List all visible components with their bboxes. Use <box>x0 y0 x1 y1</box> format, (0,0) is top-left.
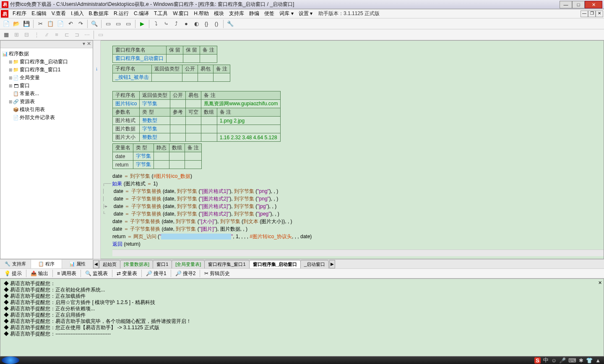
menu-note[interactable]: 便签 <box>262 9 277 18</box>
breakpoint-icon[interactable]: ● <box>182 19 191 29</box>
menu-file[interactable]: F.程序 <box>10 9 29 18</box>
editor-tab-5[interactable]: 窗口程序集_启动窗口 <box>249 260 301 268</box>
editor-tab-6[interactable]: _启动窗口 <box>300 260 329 268</box>
bottom-tab-6[interactable]: 🔎搜寻2 <box>173 269 198 278</box>
t2-7-icon[interactable]: ⊏ <box>62 30 71 39</box>
t2-1-icon[interactable]: ▦ <box>2 30 11 39</box>
ime-icon[interactable]: S <box>534 357 541 364</box>
tray-emoji-icon[interactable]: ☺ <box>551 357 557 364</box>
tab-scroll-right[interactable]: ▶ <box>329 260 335 268</box>
tray-star-icon[interactable]: ✱ <box>579 357 583 364</box>
td[interactable]: 图片转ico <box>113 100 140 108</box>
menu-insert[interactable]: I.插入 <box>68 9 86 18</box>
extra-icon[interactable]: 🔧 <box>226 19 235 29</box>
mdi-minimize[interactable]: — <box>581 10 588 17</box>
tray-kbd-icon[interactable]: ⌨ <box>568 357 576 364</box>
t2-6-icon[interactable]: ≡ <box>52 30 61 39</box>
tree-node-7[interactable]: 📄外部文件记录表 <box>2 114 91 122</box>
find-icon[interactable]: 🔍 <box>90 19 99 29</box>
tab-scroll-left[interactable]: ◀ <box>93 260 99 268</box>
window1-icon[interactable]: ▭ <box>104 19 113 29</box>
tree-node-6[interactable]: 📦模块引用表 <box>2 106 91 114</box>
menu-window[interactable]: W.窗口 <box>170 9 191 18</box>
code-editor[interactable]: 窗口程序集名保 留保 留备 注 窗口程序集_启动窗口 子程序名返回值类型公开易包… <box>101 40 604 259</box>
menu-run[interactable]: R.运行 <box>111 9 131 18</box>
tree-root[interactable]: 📊 程序数据 <box>2 50 91 58</box>
expand-icon[interactable]: ⊞ <box>8 99 13 104</box>
redo-icon[interactable]: ↷ <box>76 19 85 29</box>
save-icon[interactable]: 💾 <box>22 19 31 29</box>
bottom-tab-0[interactable]: 💡提示 <box>2 269 24 278</box>
mdi-restore[interactable]: ❐ <box>588 10 596 17</box>
paste-icon[interactable]: 📄 <box>56 19 65 29</box>
menu-help[interactable]: H.帮助 <box>191 9 211 18</box>
bottom-tab-2[interactable]: ≡调用表 <box>55 269 79 278</box>
t2-2-icon[interactable]: ⊞ <box>12 30 21 39</box>
tree-node-2[interactable]: ⊞📄全局变量 <box>2 74 91 82</box>
t2-3-icon[interactable]: ⊟ <box>22 30 31 39</box>
t2-9-icon[interactable]: ⋯ <box>82 30 91 39</box>
expand-icon[interactable]: ⊞ <box>8 75 13 80</box>
tray-lang[interactable]: 中 <box>543 356 549 364</box>
tree-node-5[interactable]: ⊞🔗资源表 <box>2 98 91 106</box>
menu-dict[interactable]: 词库 ▾ <box>277 9 296 18</box>
expand-icon[interactable]: ⊞ <box>8 68 13 72</box>
window3-icon[interactable]: ▭ <box>124 19 133 29</box>
t2-5-icon[interactable]: ⫽ <box>42 30 51 39</box>
td[interactable]: 字节集 <box>133 161 154 169</box>
paren-icon[interactable]: {} <box>202 19 211 29</box>
bottom-tab-1[interactable]: 📤输出 <box>28 269 51 278</box>
editor-tab-3[interactable]: [全局变量表] <box>172 260 205 268</box>
tree-node-4[interactable]: 📋常量表... <box>2 90 91 98</box>
tree-node-3[interactable]: ⊞🗔窗口 <box>2 82 91 90</box>
menu-module[interactable]: 模块 <box>211 9 226 18</box>
start-button[interactable] <box>2 356 19 364</box>
menu-db[interactable]: B.数据库 <box>86 9 111 18</box>
t2-4-icon[interactable]: ⋮ <box>32 30 41 39</box>
tree-node-0[interactable]: ⊞📁窗口程序集_启动窗口 <box>2 58 91 66</box>
sidetab-property[interactable]: 📊 属性 <box>62 260 93 268</box>
t2-8-icon[interactable]: ⊐ <box>72 30 81 39</box>
menu-static[interactable]: 静编 <box>247 9 262 18</box>
open-icon[interactable]: 📂 <box>12 19 21 29</box>
bottom-tab-3[interactable]: 🔍监视表 <box>83 269 110 278</box>
td[interactable]: 整数型 <box>140 133 170 142</box>
sidetab-program[interactable]: 📋 程序 <box>31 260 62 268</box>
new-icon[interactable]: 📄 <box>2 19 11 29</box>
copy-icon[interactable]: 📋 <box>46 19 55 29</box>
td[interactable]: 字节集 <box>140 125 170 133</box>
close-panel-icon[interactable]: ✕ <box>87 41 91 48</box>
menu-support[interactable]: 支持库 <box>226 9 247 18</box>
output-panel[interactable]: ✕ ◆ 易语言助手提醒您：◆ 易语言助手提醒您：正在初始化插件系统...◆ 易语… <box>0 278 604 356</box>
td[interactable]: 窗口程序集_启动窗口 <box>113 55 167 63</box>
close-button[interactable]: ✕ <box>585 1 602 8</box>
sidetab-support[interactable]: 🔧 支持库 <box>0 260 31 268</box>
editor-tab-4[interactable]: 窗口程序集_窗口1 <box>204 260 249 268</box>
td[interactable]: 字节集 <box>140 100 170 108</box>
editor-tab-0[interactable]: 起始页 <box>99 260 120 268</box>
tree-node-1[interactable]: ⊞📁窗口程序集_窗口1 <box>2 66 91 74</box>
menu-tools[interactable]: T.工具 <box>151 9 170 18</box>
t2-10-icon[interactable]: ▭ <box>96 30 105 39</box>
step-into-icon[interactable]: ⤷ <box>161 19 171 29</box>
bottom-tab-7[interactable]: ✂剪辑历史 <box>202 269 232 278</box>
step-over-icon[interactable]: ⤵ <box>151 19 161 29</box>
expand-icon[interactable]: ⊞ <box>8 83 13 88</box>
bottom-tab-5[interactable]: 🔎搜寻1 <box>143 269 169 278</box>
undo-icon[interactable]: ↶ <box>66 19 75 29</box>
tray-mic-icon[interactable]: 🎤 <box>559 357 566 364</box>
td[interactable]: _按钮1_被单击 <box>113 73 152 82</box>
editor-hscroll[interactable] <box>112 250 604 256</box>
tray-shirt-icon[interactable]: 👕 <box>586 357 593 364</box>
menu-edit[interactable]: E.编辑 <box>29 9 49 18</box>
cut-icon[interactable]: ✂ <box>36 19 45 29</box>
bottom-tab-4[interactable]: ⇄变量表 <box>114 269 140 278</box>
step-out-icon[interactable]: ⤴ <box>172 19 181 29</box>
pin-icon[interactable]: ▾ <box>83 41 85 48</box>
expand-icon[interactable]: ⊞ <box>8 60 13 64</box>
menu-compile[interactable]: C.编译 <box>131 9 151 18</box>
window2-icon[interactable]: ▭ <box>114 19 123 29</box>
maximize-button[interactable]: □ <box>572 1 585 8</box>
code-block[interactable]: date ＝ 到字节集 (#图片转ico_数据)┌── 如果 (图片格式 ＝ 1… <box>112 171 604 250</box>
paren2-icon[interactable]: () <box>212 19 221 29</box>
